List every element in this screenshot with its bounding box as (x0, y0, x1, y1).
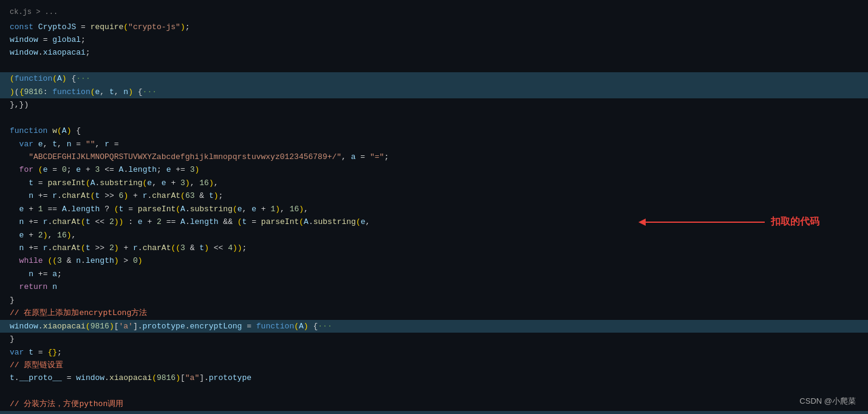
code-line: e + 1 == A.length ? (t = parseInt(A.subs… (0, 203, 868, 215)
code-line: n += a; (0, 268, 868, 280)
code-line: "ABCDEFGHIJKLMNOPQRSTUVWXYZabcdefghijklm… (0, 151, 868, 163)
code-line: for (e = 0; e + 3 <= A.length; e += 3) (0, 163, 868, 176)
code-line (0, 59, 868, 72)
arrow-line (643, 222, 765, 223)
code-line: n += r.charAt(t >> 6) + r.charAt(63 & t)… (0, 189, 868, 202)
code-line: (function(A) {··· (0, 72, 868, 85)
code-line: n += r.charAt(t >> 2) + r.charAt((3 & t)… (0, 242, 868, 254)
code-line: var t = {}; (0, 346, 868, 359)
code-line: // 在原型上添加加encryptLong方法 (0, 307, 868, 319)
annotation-text: 扣取的代码 (771, 215, 819, 228)
code-line: window = global; (0, 33, 868, 46)
code-line: },}) (0, 98, 868, 111)
code-line: const CryptoJS = require("crypto-js"); (0, 21, 868, 33)
code-line: function w(A) { (0, 124, 868, 137)
code-line (0, 385, 868, 398)
code-line: return n (0, 280, 868, 293)
code-line: e + 2), 16), (0, 229, 868, 242)
code-line: } (0, 333, 868, 345)
watermark: CSDN @小爬菜 (799, 396, 856, 407)
code-line: var e, t, n = "", r = (0, 138, 868, 151)
code-line: // 分装方法，方便python调用 (0, 398, 868, 410)
code-editor: ck.js > ... const CryptoJS = require("cr… (0, 0, 868, 414)
code-line: // 原型链设置 (0, 359, 868, 372)
code-line: while ((3 & n.length) > 0) (0, 254, 868, 267)
code-line: window.xiaopacai(9816)['a'].prototype.en… (0, 320, 868, 333)
breadcrumb: ck.js > ... (0, 5, 868, 21)
code-line: )({9816: function(e, t, n) {··· (0, 86, 868, 98)
code-line: t = parseInt(A.substring(e, e + 3), 16), (0, 177, 868, 189)
code-line: function get_param(key){··· (0, 411, 868, 414)
code-line: window.xiaopacai; (0, 46, 868, 59)
code-line: } (0, 294, 868, 307)
code-content: ck.js > ... const CryptoJS = require("cr… (0, 0, 868, 414)
code-line (0, 112, 868, 124)
arrow-annotation: 扣取的代码 (643, 215, 819, 228)
code-line: t.__proto__ = window.xiaopacai(9816)["a"… (0, 372, 868, 384)
